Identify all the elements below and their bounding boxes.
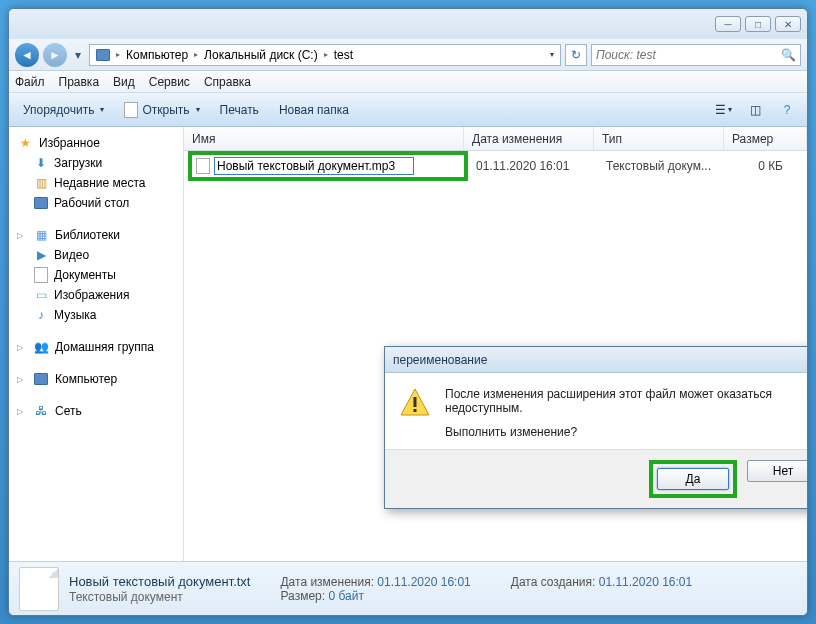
menu-tools[interactable]: Сервис xyxy=(149,75,190,89)
menu-view[interactable]: Вид xyxy=(113,75,135,89)
breadcrumb-item[interactable]: Локальный диск (C:) xyxy=(200,46,322,64)
file-list[interactable]: 01.11.2020 16:01 Текстовый докум... 0 КБ… xyxy=(184,151,807,561)
view-options-button[interactable]: ☰▾ xyxy=(711,98,735,122)
file-icon xyxy=(124,102,138,118)
content-area: Имя Дата изменения Тип Размер 01.11.2020… xyxy=(184,127,807,561)
file-date: 01.11.2020 16:01 xyxy=(468,159,598,173)
print-button[interactable]: Печать xyxy=(214,100,265,120)
back-button[interactable]: ◄ xyxy=(15,43,39,67)
search-input[interactable] xyxy=(596,48,777,62)
file-type: Текстовый докум... xyxy=(598,159,728,173)
rename-input[interactable] xyxy=(214,157,414,175)
sidebar-item-pictures[interactable]: ▭Изображения xyxy=(9,285,183,305)
sidebar-item-desktop[interactable]: Рабочий стол xyxy=(9,193,183,213)
expand-icon[interactable]: ▷ xyxy=(17,407,27,416)
navbar: ◄ ► ▾ ▸ Компьютер ▸ Локальный диск (C:) … xyxy=(9,39,807,71)
new-folder-button[interactable]: Новая папка xyxy=(273,100,355,120)
search-box[interactable]: 🔍 xyxy=(591,44,801,66)
details-filetype: Текстовый документ xyxy=(69,590,250,604)
sidebar-network[interactable]: ▷ 🖧 Сеть xyxy=(9,401,183,421)
star-icon: ★ xyxy=(17,135,33,151)
dialog-title: переименование xyxy=(385,347,808,373)
open-button[interactable]: Открыть▾ xyxy=(118,99,205,121)
explorer-window: ─ □ ✕ ◄ ► ▾ ▸ Компьютер ▸ Локальный диск… xyxy=(8,8,808,616)
no-button[interactable]: Нет xyxy=(747,460,808,482)
chevron-right-icon[interactable]: ▸ xyxy=(324,50,328,59)
sidebar-label: Домашняя группа xyxy=(55,340,154,354)
sidebar-computer[interactable]: ▷ Компьютер xyxy=(13,369,179,389)
maximize-button[interactable]: □ xyxy=(745,16,771,32)
titlebar: ─ □ ✕ xyxy=(9,9,807,39)
sidebar-libraries[interactable]: ▷ ▦ Библиотеки xyxy=(9,225,183,245)
breadcrumb-root-icon[interactable] xyxy=(92,47,114,63)
preview-pane-button[interactable]: ◫ xyxy=(743,98,767,122)
details-filename: Новый текстовый документ.txt xyxy=(69,574,250,589)
column-name[interactable]: Имя xyxy=(184,127,464,150)
sidebar-item-documents[interactable]: Документы xyxy=(9,265,183,285)
music-icon: ♪ xyxy=(33,307,49,323)
menu-file[interactable]: Файл xyxy=(15,75,45,89)
yes-button[interactable]: Да xyxy=(657,468,729,490)
history-dropdown[interactable]: ▾ xyxy=(71,48,85,62)
column-headers: Имя Дата изменения Тип Размер xyxy=(184,127,807,151)
video-icon: ▶ xyxy=(33,247,49,263)
forward-button[interactable]: ► xyxy=(43,43,67,67)
dialog-message-1: После изменения расширения этот файл мож… xyxy=(445,387,808,415)
file-size: 0 КБ xyxy=(728,159,803,173)
breadcrumb-item[interactable]: Компьютер xyxy=(122,46,192,64)
computer-icon xyxy=(33,371,49,387)
sidebar-item-recent[interactable]: ▥Недавние места xyxy=(9,173,183,193)
expand-icon[interactable]: ▷ xyxy=(17,375,27,384)
column-size[interactable]: Размер xyxy=(724,127,807,150)
help-button[interactable]: ? xyxy=(775,98,799,122)
sidebar: ★ Избранное ⬇Загрузки ▥Недавние места Ра… xyxy=(9,127,184,561)
search-icon[interactable]: 🔍 xyxy=(781,48,796,62)
recent-icon: ▥ xyxy=(33,175,49,191)
column-type[interactable]: Тип xyxy=(594,127,724,150)
svg-rect-1 xyxy=(414,397,417,407)
sidebar-item-music[interactable]: ♪Музыка xyxy=(9,305,183,325)
close-button[interactable]: ✕ xyxy=(775,16,801,32)
file-row[interactable]: 01.11.2020 16:01 Текстовый докум... 0 КБ xyxy=(188,155,803,177)
dialog-message-2: Выполнить изменение? xyxy=(445,425,808,439)
main-area: ★ Избранное ⬇Загрузки ▥Недавние места Ра… xyxy=(9,127,807,561)
toolbar: Упорядочить▾ Открыть▾ Печать Новая папка… xyxy=(9,93,807,127)
sidebar-label: Компьютер xyxy=(55,372,117,386)
chevron-right-icon[interactable]: ▸ xyxy=(194,50,198,59)
network-icon: 🖧 xyxy=(33,403,49,419)
breadcrumb-dropdown[interactable]: ▾ xyxy=(546,50,558,59)
homegroup-icon: 👥 xyxy=(33,339,49,355)
svg-rect-2 xyxy=(414,409,417,412)
organize-button[interactable]: Упорядочить▾ xyxy=(17,100,110,120)
pictures-icon: ▭ xyxy=(33,287,49,303)
document-icon xyxy=(33,267,49,283)
sidebar-item-downloads[interactable]: ⬇Загрузки xyxy=(9,153,183,173)
expand-icon[interactable]: ▷ xyxy=(17,343,27,352)
rename-dialog: переименование После изменения расширени… xyxy=(384,346,808,509)
file-icon xyxy=(19,567,59,611)
expand-icon[interactable]: ▷ xyxy=(17,231,27,240)
breadcrumb-item[interactable]: test xyxy=(330,46,357,64)
desktop-icon xyxy=(33,195,49,211)
details-pane: Новый текстовый документ.txt Текстовый д… xyxy=(9,561,807,615)
menubar: Файл Правка Вид Сервис Справка xyxy=(9,71,807,93)
column-date[interactable]: Дата изменения xyxy=(464,127,594,150)
breadcrumb[interactable]: ▸ Компьютер ▸ Локальный диск (C:) ▸ test… xyxy=(89,44,561,66)
sidebar-item-video[interactable]: ▶Видео xyxy=(9,245,183,265)
libraries-icon: ▦ xyxy=(33,227,49,243)
sidebar-label: Избранное xyxy=(39,136,100,150)
sidebar-label: Сеть xyxy=(55,404,82,418)
menu-edit[interactable]: Правка xyxy=(59,75,100,89)
sidebar-homegroup[interactable]: ▷ 👥 Домашняя группа xyxy=(9,337,183,357)
chevron-right-icon[interactable]: ▸ xyxy=(116,50,120,59)
download-icon: ⬇ xyxy=(33,155,49,171)
minimize-button[interactable]: ─ xyxy=(715,16,741,32)
sidebar-label: Библиотеки xyxy=(55,228,120,242)
sidebar-favorites[interactable]: ★ Избранное xyxy=(9,133,183,153)
refresh-button[interactable]: ↻ xyxy=(565,44,587,66)
warning-icon xyxy=(399,387,431,419)
file-icon xyxy=(196,158,210,174)
menu-help[interactable]: Справка xyxy=(204,75,251,89)
